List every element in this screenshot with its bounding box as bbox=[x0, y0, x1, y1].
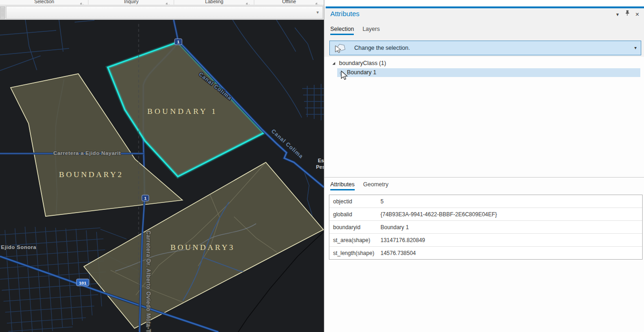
dialog-launcher-icon[interactable] bbox=[166, 0, 170, 5]
field-name: boundaryid bbox=[329, 224, 379, 231]
pane-top-strip bbox=[324, 0, 644, 6]
arcgis-pro-window: Selection Inquiry Labeling Offline bbox=[0, 0, 644, 332]
tab-attributes[interactable]: Attributes bbox=[330, 181, 355, 190]
ribbon-group-inquiry[interactable]: Inquiry bbox=[88, 0, 174, 5]
pane-divider bbox=[324, 177, 644, 178]
highway-shield-1-south: 1 bbox=[142, 195, 149, 201]
drag-handle-icon[interactable] bbox=[0, 6, 5, 19]
map-toolbar: ▾ bbox=[0, 5, 324, 20]
carretera-ejido-label: Carretera a Ejido Nayarit bbox=[53, 150, 121, 156]
attribute-table: objectid 5 globalid {74B93E3A-9941-4622-… bbox=[329, 195, 643, 260]
tree-item-label: Boundary 1 bbox=[347, 69, 376, 76]
tab-layers[interactable]: Layers bbox=[363, 26, 380, 34]
boundary3-label: BOUNDARY3 bbox=[170, 243, 235, 252]
field-value[interactable]: {74B93E3A-9941-4622-BBBF-2E6C809E04EF} bbox=[379, 211, 497, 218]
highway-shield-1-north: 1 bbox=[175, 39, 182, 45]
table-row: globalid {74B93E3A-9941-4622-BBBF-2E6C80… bbox=[329, 208, 642, 220]
tree-item-boundary1-selected[interactable]: Boundary 1 bbox=[337, 68, 640, 77]
svg-text:101: 101 bbox=[79, 280, 87, 285]
ribbon-group-offline[interactable]: Offline bbox=[254, 0, 324, 5]
table-row: st_length(shape) 14576.738504 bbox=[329, 246, 642, 259]
select-tool-icon bbox=[333, 42, 346, 56]
field-name: objectid bbox=[329, 198, 379, 205]
dialog-launcher-icon[interactable] bbox=[80, 0, 84, 5]
svg-text:1: 1 bbox=[177, 40, 179, 44]
chevron-down-icon[interactable]: ▾ bbox=[316, 10, 319, 15]
change-selection-label: Change the selection. bbox=[354, 45, 410, 51]
field-name: st_length(shape) bbox=[329, 250, 379, 256]
ribbon-group-labeling[interactable]: Labeling bbox=[174, 0, 254, 5]
detail-tabs: Attributes Geometry bbox=[330, 181, 395, 190]
ribbon-group-label: Inquiry bbox=[88, 0, 174, 4]
field-value[interactable]: Boundary 1 bbox=[379, 224, 409, 231]
mouse-cursor-icon bbox=[341, 71, 348, 83]
tree-node-label: boundaryClass (1) bbox=[339, 60, 386, 66]
edge-label-line2: Pes bbox=[316, 164, 324, 170]
field-name: st_area(shape) bbox=[329, 237, 379, 243]
boundary1-label: BOUNDARY 1 bbox=[147, 107, 218, 116]
dialog-launcher-icon[interactable] bbox=[316, 0, 319, 5]
pane-menu-caret-icon[interactable]: ▾ bbox=[616, 12, 619, 17]
boundary2-label: BOUNDARY2 bbox=[59, 170, 123, 179]
dialog-launcher-icon[interactable] bbox=[246, 0, 250, 5]
expander-icon[interactable] bbox=[332, 61, 336, 65]
ribbon-group-label: Offline bbox=[254, 0, 324, 4]
pin-icon[interactable] bbox=[625, 12, 631, 17]
svg-text:1: 1 bbox=[144, 196, 146, 201]
change-selection-combo[interactable]: Change the selection. ▾ bbox=[329, 41, 641, 55]
map-canvas: 1 1 101 BOUNDARY 1 BOUNDARY2 BOUNDARY3 C… bbox=[0, 20, 324, 332]
map-view[interactable]: 1 1 101 BOUNDARY 1 BOUNDARY2 BOUNDARY3 C… bbox=[0, 20, 324, 332]
table-row: objectid 5 bbox=[329, 195, 642, 208]
attributes-pane: Attributes ▾ ✕ Selection Layers Change t… bbox=[324, 0, 644, 332]
tree-node-boundaryclass[interactable]: boundaryClass (1) bbox=[332, 60, 386, 66]
tab-selection[interactable]: Selection bbox=[330, 26, 354, 35]
chevron-down-icon[interactable]: ▾ bbox=[634, 45, 637, 50]
pane-title: Attributes bbox=[330, 10, 359, 18]
ribbon-group-label: Labeling bbox=[174, 0, 254, 4]
pane-tabs: Selection Layers bbox=[330, 26, 386, 35]
ribbon-group-selection[interactable]: Selection bbox=[0, 0, 88, 5]
pane-accent-bar bbox=[326, 6, 644, 8]
close-icon[interactable]: ✕ bbox=[635, 12, 639, 17]
field-value[interactable]: 5 bbox=[379, 198, 384, 205]
highway-shield-101: 101 bbox=[76, 279, 89, 286]
edge-label-line1: Es bbox=[318, 158, 324, 163]
table-row: boundaryid Boundary 1 bbox=[329, 220, 642, 233]
ribbon-group-label: Selection bbox=[0, 0, 88, 4]
ejido-sonora-label: Ejido Sonora bbox=[1, 244, 36, 250]
table-row: st_area(shape) 13147176.820849 bbox=[329, 233, 642, 246]
field-value[interactable]: 14576.738504 bbox=[379, 250, 416, 256]
pane-window-controls: ▾ ✕ bbox=[612, 10, 639, 18]
field-value[interactable]: 13147176.820849 bbox=[379, 237, 425, 243]
field-name: globalid bbox=[329, 211, 379, 218]
toolbar-dropdown[interactable]: ▾ bbox=[6, 6, 323, 19]
tab-geometry[interactable]: Geometry bbox=[363, 181, 388, 189]
ribbon-group-strip: Selection Inquiry Labeling Offline bbox=[0, 0, 324, 5]
carretera-vertical-label: Carretera Dr. Alberto Oviedo Mota-Tam bbox=[145, 231, 152, 332]
